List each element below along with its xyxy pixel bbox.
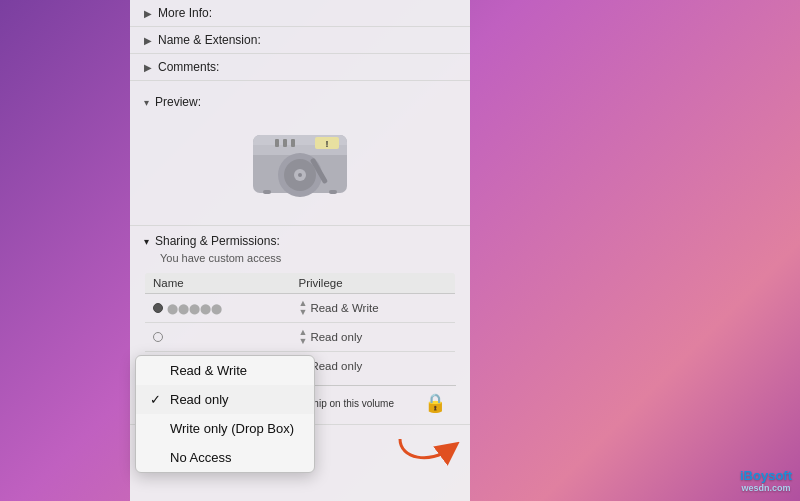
- dropdown-item-no-access[interactable]: No Access: [136, 443, 314, 472]
- checkmark-read-only: ✓: [150, 392, 164, 407]
- watermark-brand: iBoysoft: [740, 468, 792, 483]
- row3-privilege-text: Read only: [310, 360, 362, 372]
- row3-privilege[interactable]: ▲▼ Read only: [291, 352, 456, 381]
- name-extension-label: Name & Extension:: [158, 33, 261, 47]
- privilege-dropdown[interactable]: Read & Write ✓ Read only Write only (Dro…: [135, 355, 315, 473]
- comments-triangle: ▶: [144, 62, 152, 73]
- preview-label-text: Preview:: [155, 95, 201, 109]
- checkmark-write-drop-box: [150, 421, 164, 436]
- checkmark-no-access: [150, 450, 164, 465]
- lock-icon[interactable]: 🔒: [424, 392, 446, 414]
- svg-point-6: [298, 173, 302, 177]
- comments-label: Comments:: [158, 60, 219, 74]
- row2-privilege-text: Read only: [310, 331, 362, 343]
- name-extension-triangle: ▶: [144, 35, 152, 46]
- more-info-triangle: ▶: [144, 8, 152, 19]
- more-info-section[interactable]: ▶ More Info:: [130, 0, 470, 27]
- preview-section: ▾ Preview: !: [130, 81, 470, 226]
- row1-name-text: ⬤⬤⬤⬤⬤: [167, 303, 222, 314]
- row2-name: [145, 323, 291, 352]
- table-row: ⬤⬤⬤⬤⬤ ▲▼ Read & Write: [145, 294, 456, 323]
- arrow-svg: [390, 429, 460, 469]
- row1-privilege[interactable]: ▲▼ Read & Write: [291, 294, 456, 323]
- dropdown-item-read-write-label: Read & Write: [170, 363, 247, 378]
- watermark: iBoysoft wesdn.com: [740, 468, 792, 493]
- comments-section[interactable]: ▶ Comments:: [130, 54, 470, 81]
- row1-privilege-text: Read & Write: [310, 302, 378, 314]
- hdd-icon: !: [245, 117, 355, 207]
- sharing-triangle: ▾: [144, 236, 149, 247]
- svg-rect-10: [291, 139, 295, 147]
- dropdown-item-write-drop-box[interactable]: Write only (Drop Box): [136, 414, 314, 443]
- sharing-title-row[interactable]: ▾ Sharing & Permissions:: [144, 234, 456, 248]
- checkmark-read-write: [150, 363, 164, 378]
- radio-button[interactable]: [153, 332, 163, 342]
- svg-text:!: !: [326, 139, 329, 149]
- table-row: ▲▼ Read only: [145, 323, 456, 352]
- watermark-sub: wesdn.com: [740, 483, 792, 493]
- dropdown-item-read-write[interactable]: Read & Write: [136, 356, 314, 385]
- svg-rect-13: [263, 190, 271, 194]
- svg-rect-9: [283, 139, 287, 147]
- col-name-header: Name: [145, 273, 291, 294]
- dropdown-item-read-only-label: Read only: [170, 392, 229, 407]
- more-info-label: More Info:: [158, 6, 212, 20]
- dropdown-item-read-only[interactable]: ✓ Read only: [136, 385, 314, 414]
- sharing-title-text: Sharing & Permissions:: [155, 234, 280, 248]
- name-extension-section[interactable]: ▶ Name & Extension:: [130, 27, 470, 54]
- row2-privilege[interactable]: ▲▼ Read only: [291, 323, 456, 352]
- stepper-arrows[interactable]: ▲▼: [299, 328, 308, 346]
- dropdown-item-no-access-label: No Access: [170, 450, 231, 465]
- svg-rect-8: [275, 139, 279, 147]
- svg-rect-14: [329, 190, 337, 194]
- radio-button[interactable]: [153, 303, 163, 313]
- row1-name: ⬤⬤⬤⬤⬤: [145, 294, 291, 323]
- dropdown-item-write-drop-box-label: Write only (Drop Box): [170, 421, 294, 436]
- custom-access-label: You have custom access: [144, 252, 456, 264]
- stepper-arrows[interactable]: ▲▼: [299, 299, 308, 317]
- arrow-annotation: [390, 429, 460, 473]
- preview-label-row[interactable]: ▾ Preview:: [130, 91, 215, 117]
- preview-triangle: ▾: [144, 97, 149, 108]
- col-privilege-header: Privilege: [291, 273, 456, 294]
